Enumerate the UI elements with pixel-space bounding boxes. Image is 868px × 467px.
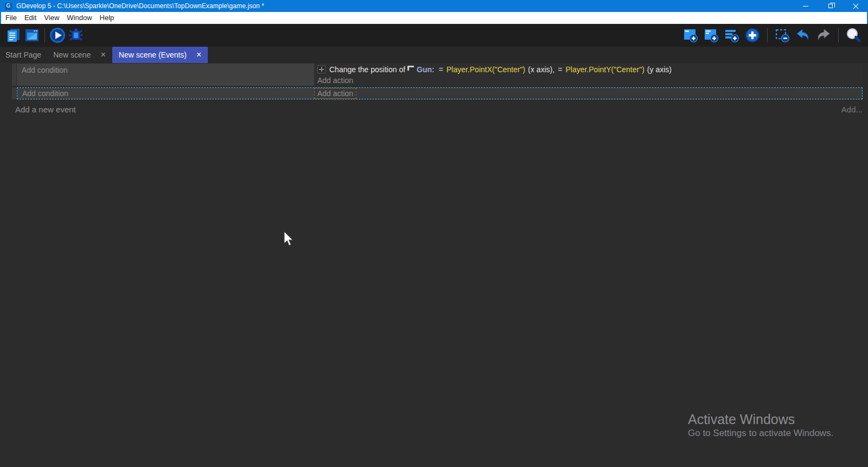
tab-bar: Start Page New scene × New scene (Events…: [0, 47, 868, 63]
action-text: Change the position of: [329, 65, 405, 74]
gun-sprite-icon: [407, 66, 414, 71]
preview-icon[interactable]: [48, 26, 67, 45]
project-manager-icon[interactable]: [4, 26, 23, 45]
add-event-menu-button[interactable]: Add...: [841, 105, 863, 114]
position-crosshair-icon: [317, 65, 326, 73]
action-operator: =: [558, 65, 562, 74]
title-bar: G GDevelop 5 - C:\Users\Sparkle\OneDrive…: [0, 0, 868, 12]
tab-label: New scene (Events): [119, 51, 187, 59]
add-condition-button[interactable]: Add condition: [17, 88, 314, 99]
event-actions-column: Change the position of Gun: = Player.Poi…: [314, 64, 863, 86]
start-page-icon[interactable]: [23, 26, 41, 45]
activate-windows-watermark: Activate Windows Go to Settings to activ…: [688, 412, 833, 440]
redo-icon[interactable]: [814, 26, 833, 45]
action-axis-y: (y axis): [647, 65, 672, 74]
tab-label: New scene: [53, 51, 91, 59]
event-drag-handle[interactable]: [12, 64, 16, 86]
action-object-name: Gun:: [417, 65, 435, 74]
tab-start-page[interactable]: Start Page: [0, 47, 47, 63]
add-action-button[interactable]: Add action: [317, 75, 863, 86]
minimize-button[interactable]: [793, 0, 818, 12]
tab-close-icon[interactable]: ×: [196, 51, 201, 59]
add-other-event-icon[interactable]: [743, 26, 762, 45]
event-actions-column: Add action: [314, 88, 862, 99]
close-button[interactable]: [843, 0, 868, 12]
tab-close-icon[interactable]: ×: [100, 51, 105, 59]
add-comment-icon[interactable]: [723, 26, 741, 45]
menu-edit[interactable]: Edit: [21, 12, 40, 24]
action-expression-y: Player.PointY("Center"): [565, 65, 644, 74]
action-change-position[interactable]: Change the position of Gun: = Player.Poi…: [317, 64, 863, 75]
debug-icon[interactable]: [67, 26, 85, 45]
add-subevent-icon[interactable]: [702, 26, 720, 45]
add-action-button[interactable]: Add action: [314, 88, 356, 99]
toolbar-separator: [838, 28, 839, 42]
restore-icon: [828, 4, 833, 8]
menu-view[interactable]: View: [40, 12, 63, 24]
toolbar: [0, 24, 868, 47]
delete-selection-icon[interactable]: [773, 26, 792, 45]
action-operator: =: [439, 65, 443, 74]
add-new-event-button[interactable]: Add a new event: [15, 105, 76, 114]
undo-icon[interactable]: [794, 26, 812, 45]
toolbar-separator: [44, 28, 45, 42]
watermark-title: Activate Windows: [688, 412, 833, 427]
menu-file[interactable]: File: [2, 12, 21, 24]
search-icon[interactable]: [844, 26, 863, 45]
gdevelop-logo-icon: G: [5, 3, 12, 10]
event-row: Add condition Change the position of Gun…: [12, 64, 863, 86]
tab-label: Start Page: [5, 51, 41, 59]
toolbar-separator: [767, 28, 768, 42]
restore-button[interactable]: [818, 0, 843, 12]
event-row-selected: Add condition Add action: [12, 87, 863, 99]
menu-bar: File Edit View Window Help: [0, 12, 868, 24]
close-icon: [853, 3, 859, 9]
add-event-icon[interactable]: [681, 26, 700, 45]
menu-help[interactable]: Help: [96, 12, 118, 24]
action-expression-x: Player.PointX("Center"): [446, 65, 525, 74]
events-sheet: Add condition Change the position of Gun…: [0, 63, 868, 467]
minimize-icon: [803, 6, 808, 7]
add-condition-button[interactable]: Add condition: [17, 64, 314, 86]
tab-new-scene[interactable]: New scene ×: [47, 47, 112, 63]
selection-outline: Add condition Add action: [17, 87, 863, 99]
watermark-subtitle: Go to Settings to activate Windows.: [688, 427, 833, 440]
tab-new-scene-events[interactable]: New scene (Events) ×: [112, 47, 208, 63]
window-title: GDevelop 5 - C:\Users\Sparkle\OneDrive\D…: [16, 2, 264, 10]
event-drag-handle[interactable]: [12, 87, 16, 99]
menu-window[interactable]: Window: [63, 12, 95, 24]
action-axis-x: (x axis),: [528, 65, 554, 74]
